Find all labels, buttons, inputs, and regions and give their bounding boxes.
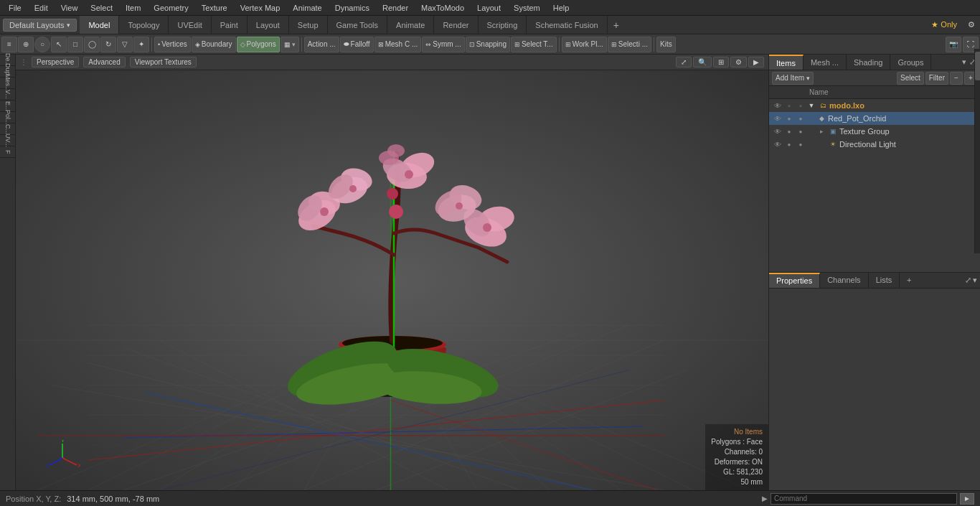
layout-settings-icon[interactable]: ⚙ (963, 20, 980, 29)
items-collapse-icon[interactable]: − (950, 72, 963, 85)
viewport-expand-icon[interactable]: ▶ (748, 57, 764, 67)
tab-layout[interactable]: Layout (248, 16, 289, 34)
sidebar-tab-pol[interactable]: Pol... (0, 112, 16, 123)
eye3-icon-modo[interactable]: ● (795, 100, 806, 111)
sidebar-tab-uv[interactable]: UV... (0, 135, 16, 146)
props-add-tab-icon[interactable]: + (901, 276, 917, 284)
filter-button[interactable]: Filter (925, 72, 948, 85)
selection-button[interactable]: ⊞ Selecti ... (608, 37, 651, 52)
box-icon[interactable]: □ (67, 37, 83, 52)
sidebar-tab-v[interactable]: V... (0, 89, 16, 100)
menu-icon[interactable]: ≡ (1, 37, 17, 52)
vertices-button[interactable]: • Vertices (154, 37, 191, 52)
tab-scripting[interactable]: Scripting (479, 16, 527, 34)
viewport[interactable]: ⋮ Perspective Advanced Viewport Textures… (16, 55, 768, 490)
add-item-button[interactable]: Add Item ▾ (772, 72, 814, 85)
kits-button[interactable]: Kits (656, 37, 676, 52)
mode-dropdown[interactable]: ▦ ▾ (281, 37, 299, 52)
viewport-canvas[interactable]: No Items Polygons : Face Channels: 0 Def… (16, 70, 768, 490)
triangle-icon[interactable]: ▽ (117, 37, 133, 52)
props-panel-controls[interactable]: ⤢ ▾ (962, 276, 980, 285)
eye2-icon-modo[interactable]: ● (783, 100, 795, 111)
tab-gametools[interactable]: Game Tools (328, 16, 388, 34)
advanced-button[interactable]: Advanced (83, 57, 125, 67)
select-button[interactable]: Select (897, 72, 924, 85)
tab-setup[interactable]: Setup (289, 16, 328, 34)
eye2-icon-texgrp[interactable]: ● (783, 126, 795, 137)
items-scrollbar-thumb[interactable] (975, 52, 980, 80)
viewport-frame-icon[interactable]: ⊞ (713, 57, 729, 67)
tab-shading[interactable]: Shading (847, 55, 890, 70)
action-button[interactable]: Action ... (304, 37, 339, 52)
item-row-orchid[interactable]: 👁 ● ● ◆ Red_Pot_Orchid (769, 112, 980, 125)
menu-render[interactable]: Render (377, 2, 414, 14)
command-run-button[interactable]: ► (960, 493, 974, 505)
add-layout-tab-button[interactable]: + (608, 16, 625, 34)
eye-icon-modo[interactable]: 👁 (772, 100, 783, 111)
eye-icon-texgrp[interactable]: 👁 (772, 126, 783, 137)
select-icon[interactable]: ↖ (51, 37, 67, 52)
eye2-icon-light[interactable]: ● (783, 139, 795, 150)
symmetry-button[interactable]: ⇔ Symm ... (422, 37, 464, 52)
tab-items[interactable]: Items (769, 55, 804, 70)
menu-geometry[interactable]: Geometry (148, 2, 194, 14)
item-row-modo[interactable]: 👁 ● ● ▼ 🗂 modo.lxo (769, 99, 980, 112)
mesh-button[interactable]: ⊠ Mesh C ... (374, 37, 422, 52)
menu-help[interactable]: Help (547, 2, 575, 14)
menu-view[interactable]: View (55, 2, 84, 14)
tab-topology[interactable]: Topology (119, 16, 169, 34)
items-scrollbar[interactable] (974, 49, 980, 253)
tab-model[interactable]: Model (80, 16, 119, 34)
snapping-button[interactable]: ⊡ Snapping (466, 37, 510, 52)
viewport-zoom-icon[interactable]: 🔍 (693, 57, 712, 67)
oval-icon[interactable]: ◯ (84, 37, 100, 52)
tab-uvedit[interactable]: UVEdit (169, 16, 211, 34)
item-row-light[interactable]: 👁 ● ● ☀ Directional Light (769, 138, 980, 151)
tab-properties[interactable]: Properties (769, 273, 820, 288)
eye2-icon-orchid[interactable]: ● (783, 113, 795, 124)
menu-layout[interactable]: Layout (471, 2, 507, 14)
camera-icon[interactable]: 📷 (946, 37, 961, 52)
work-plane-button[interactable]: ⊞ Work Pl... (562, 37, 607, 52)
tab-paint[interactable]: Paint (212, 16, 248, 34)
command-input[interactable] (771, 493, 957, 505)
eye-icon-orchid[interactable]: 👁 (772, 113, 783, 124)
sidebar-tab-mes[interactable]: Mes... (0, 78, 16, 89)
grid-icon[interactable]: ⊕ (18, 37, 34, 52)
rotate-icon[interactable]: ↻ (100, 37, 116, 52)
tab-schematic[interactable]: Schematic Fusion (527, 16, 607, 34)
item-row-texgroup[interactable]: 👁 ● ● ▸ ▣ Texture Group (769, 125, 980, 138)
sidebar-tab-f[interactable]: F (0, 146, 16, 158)
tab-animate[interactable]: Animate (387, 16, 434, 34)
menu-file[interactable]: File (3, 2, 27, 14)
menu-dynamics[interactable]: Dynamics (329, 2, 375, 14)
tab-lists[interactable]: Lists (869, 273, 900, 288)
tab-channels[interactable]: Channels (820, 273, 868, 288)
tab-mesh[interactable]: Mesh ... (804, 55, 847, 70)
boundary-button[interactable]: ◈ Boundary (192, 37, 236, 52)
select-t-button[interactable]: ⊞ Select T... (511, 37, 557, 52)
falloff-button[interactable]: ⬬ Falloff (340, 37, 374, 52)
tab-groups[interactable]: Groups (890, 55, 931, 70)
menu-select[interactable]: Select (85, 2, 118, 14)
menu-animate[interactable]: Animate (287, 2, 327, 14)
menu-edit[interactable]: Edit (29, 2, 54, 14)
polygons-button[interactable]: ◇ Polygons (237, 37, 280, 52)
star-icon[interactable]: ✦ (133, 37, 149, 52)
tab-render[interactable]: Render (434, 16, 478, 34)
menu-system[interactable]: System (508, 2, 546, 14)
star-only-button[interactable]: ★ Only (925, 20, 963, 29)
perspective-button[interactable]: Perspective (32, 57, 79, 67)
viewport-textures-button[interactable]: Viewport Textures (130, 57, 197, 67)
eye-icon-light[interactable]: 👁 (772, 139, 783, 150)
menu-item[interactable]: Item (120, 2, 146, 14)
default-layouts-dropdown[interactable]: Default Layouts ▾ (3, 19, 77, 32)
menu-vertexmap[interactable]: Vertex Map (235, 2, 286, 14)
viewport-maximize-icon[interactable]: ⤢ (676, 57, 692, 67)
menu-texture[interactable]: Texture (196, 2, 233, 14)
viewport-settings-icon[interactable]: ⚙ (730, 57, 747, 67)
eye3-icon-orchid[interactable]: ● (795, 113, 806, 124)
eye3-icon-light[interactable]: ● (795, 139, 806, 150)
circle-icon[interactable]: ○ (34, 37, 50, 52)
menu-maxtomodo[interactable]: MaxToModo (415, 2, 470, 14)
